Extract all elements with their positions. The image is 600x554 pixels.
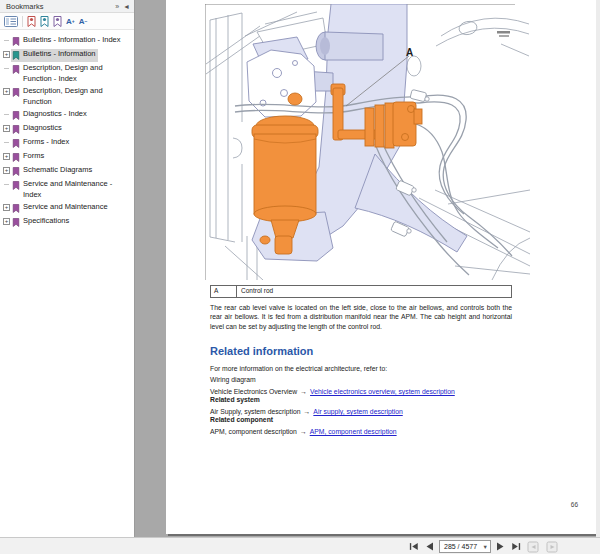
bookmark-ribbon-icon (12, 124, 20, 135)
cab-bracket-lineart (247, 50, 316, 117)
page-navigation: 285 / 4577 ▼ (408, 539, 558, 554)
expander-plus-icon[interactable]: + (3, 204, 10, 211)
tree-dash (4, 184, 9, 185)
tree-dash (4, 68, 9, 69)
expander-plus-icon[interactable]: + (3, 51, 10, 58)
arrow-glyph: → (304, 408, 311, 415)
bookmark-item[interactable]: + Schematic Diagrams (2, 165, 133, 178)
dock-panel-icon[interactable]: » (115, 3, 119, 10)
ref-line-vehicle-electronics: Vehicle Electronics Overview→Vehicle ele… (210, 388, 512, 395)
body-paragraph: The rear cab level valve is located on t… (210, 303, 512, 331)
bookmark-item[interactable]: + Description, Design and Function - Ind… (2, 63, 133, 85)
bookmark-ribbon-icon (12, 50, 20, 61)
bookmarks-panel-header: Bookmarks » ◄ (0, 0, 134, 13)
bookmark-item-label: Forms - Index (23, 137, 69, 148)
pdf-page: A A Control rod The rear cab level valve… (166, 0, 596, 534)
expander-plus-icon[interactable]: + (3, 167, 10, 174)
bookmark-ribbon-icon (12, 36, 20, 47)
bookmark-item-label: Service and Maintenance (23, 202, 108, 213)
arrow-glyph: → (300, 428, 307, 435)
collapse-panel-icon[interactable]: ◄ (123, 3, 130, 10)
page-number-value[interactable]: 285 / 4577 (444, 543, 483, 550)
bookmark-item-label: Diagnostics - Index (23, 109, 87, 120)
related-component-subhead: Related component (210, 416, 512, 423)
bookmark-item-label: Service and Maintenance - Index (23, 179, 127, 200)
ref-line-air-supply: Air Supply, system description→Air suppl… (210, 408, 512, 415)
bookmark-item-label: Bulletins - Information (23, 49, 96, 60)
bookmark-item-label: Diagnostics (23, 123, 62, 134)
bookmark-item[interactable]: + Service and Maintenance - Index (2, 179, 133, 201)
previous-view-icon[interactable] (527, 541, 540, 553)
legend-value: Control rod (237, 286, 511, 297)
bookmark-item[interactable]: + Description, Design and Function (2, 86, 133, 108)
panel-options-icon[interactable] (4, 15, 18, 28)
decrease-text-size-icon[interactable]: A− (79, 15, 88, 28)
vertical-scrollbar[interactable] (596, 0, 600, 537)
last-page-button[interactable] (511, 541, 522, 552)
next-page-button[interactable] (496, 541, 506, 552)
bookmark-ribbon-icon (12, 87, 20, 98)
legend-key: A (211, 286, 237, 297)
bookmark-item-label: Specifications (23, 216, 69, 227)
bookmark-ribbon-icon (12, 217, 20, 228)
related-system-subhead: Related system (210, 396, 512, 403)
previous-page-button[interactable] (424, 541, 434, 552)
bookmark-item-label: Forms (23, 151, 44, 162)
bookmark-item-label: Description, Design and Function - Index (23, 63, 127, 84)
tiny-decal-mark (497, 31, 510, 34)
page-number-input[interactable]: 285 / 4577 ▼ (439, 540, 491, 553)
bookmark-ribbon-icon (12, 110, 20, 121)
first-page-button[interactable] (408, 541, 419, 552)
bookmark-ribbon-icon (12, 138, 20, 149)
bookmark-ribbon-icon (12, 180, 20, 191)
bookmark-item[interactable]: + Specifications (2, 216, 133, 229)
increase-text-size-icon[interactable]: A+ (66, 15, 75, 28)
page-text-block: The rear cab level valve is located on t… (210, 303, 512, 435)
toolbar-separator (22, 16, 23, 27)
figure-legend-table: A Control rod (210, 285, 512, 298)
expander-plus-icon[interactable]: + (3, 125, 10, 132)
bookmark-item[interactable]: + Forms - Index (2, 137, 133, 150)
bookmark-tool-red-icon[interactable] (27, 15, 36, 28)
ref-line-apm: APM, component description→APM, componen… (210, 428, 512, 435)
bookmark-item[interactable]: + Diagnostics (2, 123, 133, 136)
expander-plus-icon[interactable]: + (3, 153, 10, 160)
bookmark-item-label: Bulletins - Information - Index (23, 35, 121, 46)
bookmark-item[interactable]: + Diagnostics - Index (2, 109, 133, 122)
bookmark-item[interactable]: + Bulletins - Information - Index (2, 35, 133, 48)
tree-dash (4, 40, 9, 41)
bookmark-ribbon-icon (12, 166, 20, 177)
link-apm-component-description[interactable]: APM, component description (310, 428, 397, 435)
bookmark-item[interactable]: + Forms (2, 151, 133, 164)
bookmark-ribbon-icon (12, 152, 20, 163)
bookmark-ribbon-icon (12, 64, 20, 75)
bookmark-item-label: Description, Design and Function (23, 86, 127, 107)
document-viewport: A A Control rod The rear cab level valve… (136, 0, 600, 537)
cab-level-valve-figure: A (205, 4, 530, 280)
printed-page-number: 66 (571, 501, 578, 508)
bookmarks-panel-title: Bookmarks (6, 2, 111, 11)
status-bar: 285 / 4577 ▼ (0, 537, 600, 554)
tree-dash (4, 142, 9, 143)
link-vehicle-electronics-overview[interactable]: Vehicle electronics overview, system des… (310, 388, 455, 395)
bookmarks-panel: Bookmarks » ◄ A+ A− + Bulletins - Inform… (0, 0, 135, 537)
bookmarks-toolbar: A+ A− (0, 13, 134, 30)
bookmark-tool-teal-icon[interactable] (40, 15, 49, 28)
link-air-supply-system-description[interactable]: Air supply, system description (313, 408, 402, 415)
bookmark-tool-purple-icon[interactable] (53, 15, 62, 28)
wiring-diagram-line: Wiring diagram (210, 376, 512, 383)
figure-callout-a: A (406, 47, 413, 58)
next-view-icon[interactable] (545, 541, 558, 553)
bookmark-item-label: Schematic Diagrams (23, 165, 92, 176)
arrow-glyph: → (300, 388, 307, 395)
bookmark-ribbon-icon (12, 203, 20, 214)
expander-plus-icon[interactable]: + (3, 88, 10, 95)
related-intro: For more information on the electrical a… (210, 365, 512, 372)
bookmark-item[interactable]: + Bulletins - Information (2, 49, 133, 62)
related-information-heading: Related information (210, 345, 512, 357)
bookmarks-tree: + Bulletins - Information - Index + Bull… (0, 30, 134, 234)
bookmark-item[interactable]: + Service and Maintenance (2, 202, 133, 215)
expander-plus-icon[interactable]: + (3, 218, 10, 225)
page-dropdown-caret-icon[interactable]: ▼ (483, 544, 488, 550)
tree-dash (4, 114, 9, 115)
